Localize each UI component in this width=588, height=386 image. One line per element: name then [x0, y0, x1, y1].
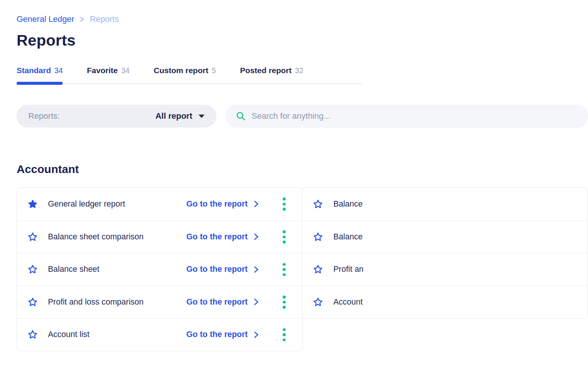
report-row: Profit an: [302, 253, 588, 286]
tab-favorite-count: 34: [121, 66, 129, 75]
tab-custom-report-count: 5: [212, 66, 216, 75]
favorite-star-icon[interactable]: [17, 264, 48, 274]
report-name: Profit and loss comparison: [48, 297, 186, 307]
report-name: Account: [333, 297, 588, 307]
report-row-account-list: Account list Go to the report: [17, 318, 302, 351]
favorite-star-icon[interactable]: [17, 232, 48, 242]
favorite-star-icon[interactable]: [17, 329, 48, 340]
page-title: Reports: [17, 32, 588, 49]
reports-filter-value-wrap: All report: [155, 111, 205, 121]
go-to-report-link[interactable]: Go to the report: [186, 330, 259, 339]
tab-custom-report[interactable]: Custom report 5: [154, 66, 216, 83]
tab-custom-report-label: Custom report: [154, 66, 208, 75]
report-name: Balance: [333, 199, 588, 209]
favorite-star-icon[interactable]: [302, 264, 333, 274]
tab-favorite[interactable]: Favorite 34: [87, 66, 129, 83]
filter-row: Reports: All report: [17, 105, 588, 127]
tab-posted-report[interactable]: Posted report 32: [240, 66, 303, 83]
search-input[interactable]: [252, 111, 578, 121]
report-row: Balance: [302, 188, 588, 221]
chevron-right-icon: [253, 265, 259, 274]
favorite-star-icon[interactable]: [17, 199, 48, 209]
reports-filter-value: All report: [155, 111, 192, 121]
search-icon: [236, 111, 246, 121]
favorite-star-icon[interactable]: [302, 232, 333, 242]
report-row: Account: [302, 286, 588, 319]
chevron-right-icon: [253, 200, 259, 208]
kebab-dots-icon[interactable]: [281, 327, 287, 343]
report-name: Balance sheet comparison: [48, 232, 186, 242]
go-to-report-label: Go to the report: [186, 232, 248, 242]
go-to-report-link[interactable]: Go to the report: [186, 199, 259, 209]
report-row: Balance: [302, 221, 588, 253]
breadcrumb-current-reports: Reports: [90, 14, 119, 24]
favorite-star-icon[interactable]: [17, 297, 48, 307]
chevron-right-icon: [253, 233, 259, 241]
caret-down-icon: [199, 115, 205, 118]
favorite-star-icon[interactable]: [302, 199, 333, 209]
report-card-left: General ledger report Go to the report B…: [17, 187, 303, 351]
report-name: General ledger report: [48, 199, 186, 209]
chevron-right-icon: [253, 331, 259, 339]
breadcrumb-chevron-icon: [80, 16, 85, 23]
section-title-accountant: Accountant: [17, 163, 588, 176]
favorite-star-icon[interactable]: [302, 297, 333, 307]
tab-standard[interactable]: Standard 34: [17, 66, 63, 83]
go-to-report-label: Go to the report: [186, 199, 248, 209]
reports-page: General Ledger Reports Reports Standard …: [0, 0, 588, 351]
report-row-general-ledger-report: General ledger report Go to the report: [17, 188, 302, 221]
go-to-report-link[interactable]: Go to the report: [186, 297, 259, 307]
report-name: Profit an: [333, 265, 588, 274]
chevron-right-icon: [253, 298, 259, 306]
breadcrumb: General Ledger Reports: [17, 14, 588, 24]
go-to-report-label: Go to the report: [186, 297, 248, 307]
reports-filter-label: Reports:: [28, 111, 60, 121]
report-name: Account list: [48, 330, 186, 339]
kebab-dots-icon[interactable]: [281, 229, 287, 245]
report-name: Balance sheet: [48, 265, 186, 274]
kebab-dots-icon[interactable]: [281, 294, 287, 310]
tab-posted-report-label: Posted report: [240, 66, 292, 75]
report-row-balance-sheet-comparison: Balance sheet comparison Go to the repor…: [17, 221, 302, 253]
tab-standard-label: Standard: [17, 66, 51, 75]
go-to-report-link[interactable]: Go to the report: [186, 265, 259, 274]
tab-favorite-label: Favorite: [87, 66, 118, 75]
report-card-right: Balance Balance Profit an Account: [302, 187, 588, 319]
kebab-dots-icon[interactable]: [281, 196, 287, 212]
report-row-balance-sheet: Balance sheet Go to the report: [17, 253, 302, 286]
tab-bar: Standard 34 Favorite 34 Custom report 5 …: [17, 66, 362, 84]
kebab-dots-icon[interactable]: [281, 262, 287, 278]
report-cards: General ledger report Go to the report B…: [17, 187, 588, 351]
breadcrumb-link-general-ledger[interactable]: General Ledger: [17, 14, 74, 24]
go-to-report-link[interactable]: Go to the report: [186, 232, 259, 242]
tab-posted-report-count: 32: [295, 66, 303, 75]
report-row-profit-and-loss-comparison: Profit and loss comparison Go to the rep…: [17, 286, 302, 319]
report-name: Balance: [333, 232, 588, 242]
search-bar: [226, 105, 588, 127]
go-to-report-label: Go to the report: [186, 330, 248, 339]
go-to-report-label: Go to the report: [186, 265, 248, 274]
reports-filter-dropdown[interactable]: Reports: All report: [17, 105, 216, 127]
tab-standard-count: 34: [54, 66, 63, 75]
